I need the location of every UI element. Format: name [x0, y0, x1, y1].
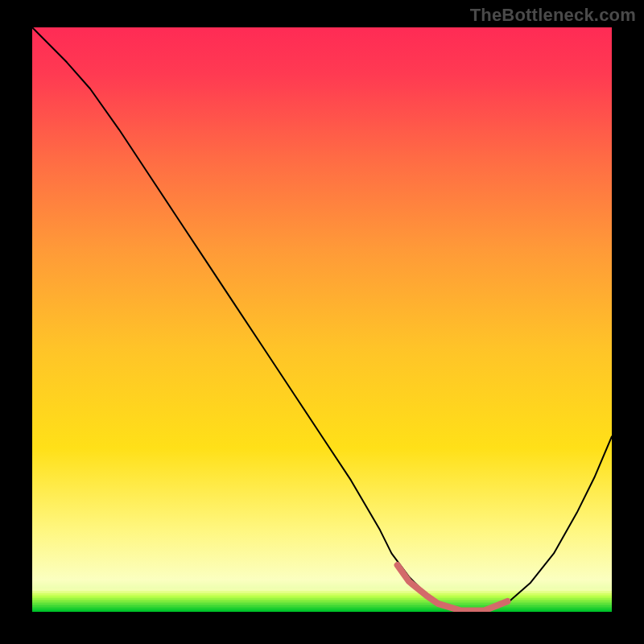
chart-frame: TheBottleneck.com	[0, 0, 644, 644]
green-band	[32, 588, 612, 591]
green-band	[32, 591, 612, 593]
chart-svg	[32, 27, 612, 612]
green-band	[32, 609, 612, 612]
gradient-background	[32, 27, 612, 612]
green-band	[32, 605, 612, 607]
green-band	[32, 607, 612, 609]
watermark-text: TheBottleneck.com	[470, 5, 636, 26]
green-band	[32, 600, 612, 602]
plot-area	[32, 27, 612, 612]
green-band	[32, 593, 612, 596]
green-band	[32, 602, 612, 605]
green-band	[32, 598, 612, 601]
green-band	[32, 596, 612, 598]
